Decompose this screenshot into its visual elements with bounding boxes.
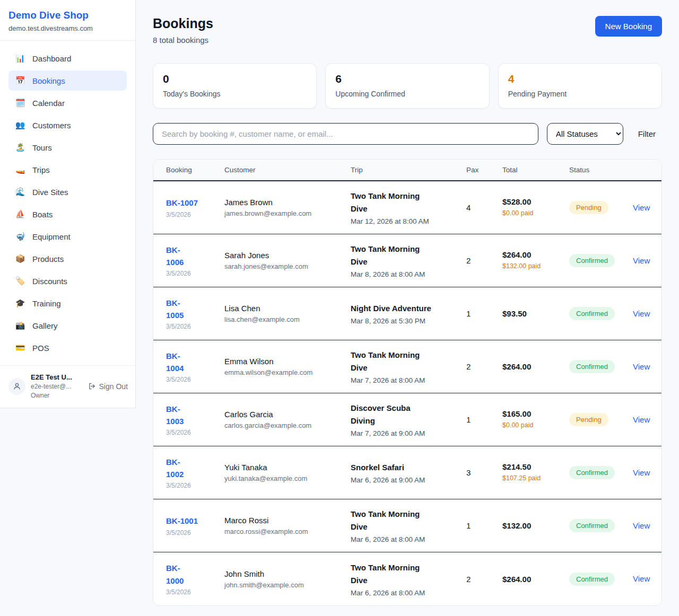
booking-date: 3/5/2026 bbox=[166, 482, 224, 489]
actions-cell: View bbox=[633, 362, 661, 372]
customers-icon: 👥 bbox=[15, 120, 25, 130]
trip-cell: Two Tank Morning DiveMar 8, 2026 at 8:00… bbox=[351, 243, 466, 278]
sidebar-item-products[interactable]: 📦Products bbox=[8, 249, 127, 269]
sidebar-item-pos[interactable]: 💳POS bbox=[8, 338, 127, 358]
status-cell: Confirmed bbox=[569, 360, 633, 373]
sidebar-item-training[interactable]: 🎓Training bbox=[8, 293, 127, 313]
booking-cell: BK- 10023/5/2026 bbox=[166, 456, 224, 490]
booking-date: 3/5/2026 bbox=[166, 323, 224, 330]
sidebar-item-dashboard[interactable]: 📊Dashboard bbox=[8, 48, 127, 68]
trip-cell: Two Tank Morning DiveMar 6, 2026 at 8:00… bbox=[351, 508, 466, 543]
page-subtitle: 8 total bookings bbox=[153, 36, 213, 45]
filter-button[interactable]: Filter bbox=[632, 129, 662, 138]
sidebar-item-discounts[interactable]: 🏷️Discounts bbox=[8, 271, 127, 291]
status-cell: Confirmed bbox=[569, 573, 633, 586]
pax-value: 1 bbox=[466, 521, 502, 530]
trip-cell: Two Tank Morning DiveMar 12, 2026 at 8:0… bbox=[351, 190, 466, 225]
customer-email: john.smith@example.com bbox=[224, 581, 351, 589]
calendar-icon: 🗓️ bbox=[15, 98, 25, 108]
view-link[interactable]: View bbox=[633, 415, 650, 424]
page-heading-group: Bookings 8 total bookings bbox=[153, 16, 213, 45]
status-badge: Confirmed bbox=[569, 519, 615, 532]
total-amount: $132.00 bbox=[502, 521, 569, 530]
booking-id-link[interactable]: BK- 1003 bbox=[166, 403, 224, 428]
customer-email: carlos.garcia@example.com bbox=[224, 421, 351, 429]
booking-id-link[interactable]: BK- 1006 bbox=[166, 244, 224, 269]
stat-card-upcoming-confirmed: 6 Upcoming Confirmed bbox=[325, 63, 489, 109]
total-cell: $165.00$0.00 paid bbox=[502, 409, 569, 430]
booking-id-link[interactable]: BK-1007 bbox=[166, 197, 224, 209]
shop-domain: demo.test.divestreams.com bbox=[8, 24, 127, 32]
status-badge: Pending bbox=[569, 413, 608, 426]
trip-datetime: Mar 6, 2026 at 8:00 AM bbox=[351, 535, 466, 543]
sidebar-item-tours[interactable]: 🏝️Tours bbox=[8, 137, 127, 157]
customer-email: yuki.tanaka@example.com bbox=[224, 474, 351, 482]
status-cell: Confirmed bbox=[569, 519, 633, 532]
status-select[interactable]: All Statuses bbox=[547, 123, 623, 145]
new-booking-button[interactable]: New Booking bbox=[595, 16, 662, 37]
sidebar-item-gallery[interactable]: 📸Gallery bbox=[8, 315, 127, 336]
table-row: BK-10073/5/2026James Brownjames.brown@ex… bbox=[153, 181, 661, 234]
sidebar-item-boats[interactable]: ⛵Boats bbox=[8, 204, 127, 224]
table-row: BK- 10033/5/2026Carlos Garciacarlos.garc… bbox=[153, 393, 661, 446]
trip-cell: Discover Scuba DivingMar 7, 2026 at 9:00… bbox=[351, 402, 466, 437]
table-header: Booking Customer Trip Pax Total Status bbox=[153, 160, 661, 181]
view-link[interactable]: View bbox=[633, 309, 650, 318]
booking-id-link[interactable]: BK- 1004 bbox=[166, 350, 224, 375]
user-info: E2E Test U... e2e-tester@... Owner bbox=[31, 373, 83, 399]
customer-name: Lisa Chen bbox=[224, 304, 351, 313]
sidebar-item-trips[interactable]: 🚤Trips bbox=[8, 160, 127, 180]
status-cell: Confirmed bbox=[569, 307, 633, 320]
pax-value: 4 bbox=[466, 203, 502, 212]
sidebar-item-customers[interactable]: 👥Customers bbox=[8, 115, 127, 135]
dive-sites-icon: 🌊 bbox=[15, 187, 25, 197]
customer-email: marco.rossi@example.com bbox=[224, 527, 351, 535]
stat-card-pending-payment: 4 Pending Payment bbox=[498, 63, 662, 109]
stat-card-todays-bookings: 0 Today's Bookings bbox=[153, 63, 317, 109]
sidebar-item-calendar[interactable]: 🗓️Calendar bbox=[8, 93, 127, 113]
sidebar-item-label: Tours bbox=[32, 143, 52, 152]
equipment-icon: 🤿 bbox=[15, 232, 25, 241]
user-section: E2E Test U... e2e-tester@... Owner Sign … bbox=[0, 365, 135, 408]
table-row: BK- 10003/5/2026John Smithjohn.smith@exa… bbox=[153, 552, 661, 605]
pax-value: 2 bbox=[466, 256, 502, 265]
sidebar: Demo Dive Shop demo.test.divestreams.com… bbox=[0, 0, 136, 408]
view-link[interactable]: View bbox=[633, 468, 650, 477]
total-amount: $264.00 bbox=[502, 575, 569, 584]
sidebar-item-bookings[interactable]: 📅Bookings bbox=[8, 71, 127, 91]
user-role: Owner bbox=[31, 392, 83, 399]
actions-cell: View bbox=[633, 415, 661, 425]
pos-icon: 💳 bbox=[15, 343, 25, 353]
products-icon: 📦 bbox=[15, 254, 25, 263]
view-link[interactable]: View bbox=[633, 256, 650, 265]
view-link[interactable]: View bbox=[633, 574, 650, 583]
total-amount: $214.50 bbox=[502, 462, 569, 471]
booking-id-link[interactable]: BK- 1005 bbox=[166, 297, 224, 322]
trip-name: Two Tank Morning Dive bbox=[351, 508, 466, 533]
stat-label: Today's Bookings bbox=[163, 90, 307, 98]
customer-email: emma.wilson@example.com bbox=[224, 368, 351, 376]
view-link[interactable]: View bbox=[633, 362, 650, 371]
sidebar-item-label: Gallery bbox=[32, 321, 58, 330]
sidebar-item-dive-sites[interactable]: 🌊Dive Sites bbox=[8, 182, 127, 202]
view-link[interactable]: View bbox=[633, 521, 650, 530]
search-input[interactable] bbox=[153, 123, 538, 145]
sidebar-item-equipment[interactable]: 🤿Equipment bbox=[8, 226, 127, 247]
table-body: BK-10073/5/2026James Brownjames.brown@ex… bbox=[153, 181, 661, 605]
booking-id-link[interactable]: BK- 1000 bbox=[166, 562, 224, 587]
table-row: BK- 10043/5/2026Emma Wilsonemma.wilson@e… bbox=[153, 340, 661, 393]
booking-id-link[interactable]: BK- 1002 bbox=[166, 456, 224, 481]
trip-name: Discover Scuba Diving bbox=[351, 402, 466, 427]
view-link[interactable]: View bbox=[633, 203, 650, 212]
sidebar-item-label: Equipment bbox=[32, 232, 71, 241]
sidebar-item-label: Dive Sites bbox=[32, 188, 68, 197]
booking-id-link[interactable]: BK-1001 bbox=[166, 515, 224, 527]
total-amount: $528.00 bbox=[502, 197, 569, 206]
table-row: BK- 10023/5/2026Yuki Tanakayuki.tanaka@e… bbox=[153, 446, 661, 499]
sidebar-item-label: Calendar bbox=[32, 99, 65, 108]
customer-name: Yuki Tanaka bbox=[224, 463, 351, 472]
booking-date: 3/5/2026 bbox=[166, 529, 224, 536]
sign-out-button[interactable]: Sign Out bbox=[88, 382, 128, 391]
gallery-icon: 📸 bbox=[15, 321, 25, 330]
booking-cell: BK- 10033/5/2026 bbox=[166, 403, 224, 437]
